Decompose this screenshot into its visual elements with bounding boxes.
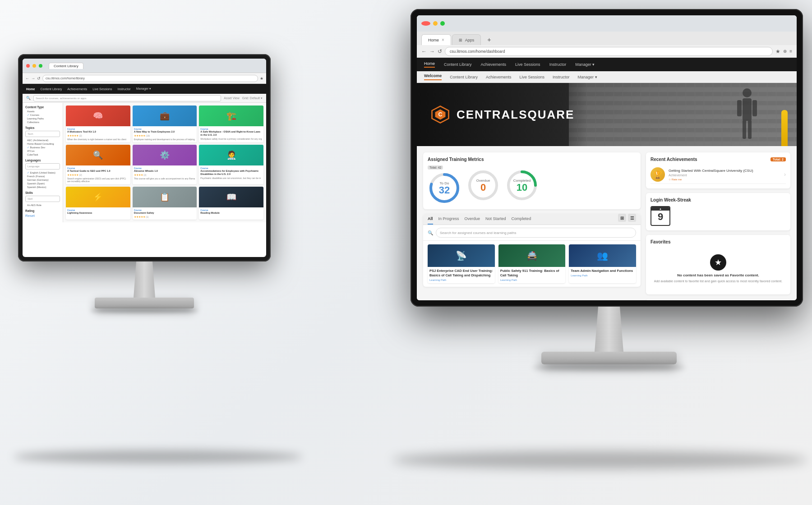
achievement-arrow[interactable]: › <box>784 171 786 178</box>
table-row[interactable]: 👥 Team Admin Navigation and Functions Le… <box>569 244 636 283</box>
list-view-btn[interactable]: ☰ <box>628 214 636 222</box>
topic-4tcon[interactable]: 4TCon <box>25 150 60 152</box>
topic-business-dev[interactable]: Business Dev <box>25 146 60 149</box>
bookmark-icon[interactable]: ★ <box>775 48 780 55</box>
course-stars-4: ★★★★★ (2) <box>67 173 129 176</box>
list-item[interactable]: 📋 Course Document Safety ★★★★★ (1) <box>133 187 197 220</box>
subnav-live-sessions[interactable]: Live Sessions <box>519 75 544 79</box>
maximize-dot[interactable] <box>39 64 42 68</box>
list-item[interactable]: ⚙️ Course Abrasive Wheels 1.0 ★★★★ (2) T… <box>133 145 197 184</box>
nav-home[interactable]: Home <box>26 87 35 91</box>
sidebar-type-courses[interactable]: Courses <box>25 114 60 116</box>
list-item[interactable]: 🔍 Course A Tactical Guide to SEO and PPC… <box>66 145 130 184</box>
right-maximize-dot[interactable] <box>440 21 445 26</box>
metrics-section: Assigned Training Metrics Total: 42 <box>423 152 641 209</box>
language-search[interactable]: Language <box>25 163 60 170</box>
right-tab-home[interactable]: Home × <box>421 34 451 45</box>
metric-todo-value: 32 <box>439 185 450 195</box>
subnav-content-library[interactable]: Content Library <box>450 75 478 79</box>
dashboard-body: Assigned Training Metrics Total: 42 <box>417 146 797 300</box>
lang-german[interactable]: German (Germany) <box>25 179 60 181</box>
achievement-subtitle: Achievement <box>669 174 753 177</box>
course-title-4: A Tactical Guide to SEO and PPC 1.0 <box>67 170 129 173</box>
shadow-right <box>392 451 807 469</box>
nav-manager[interactable]: Manager ▾ <box>136 87 152 91</box>
right-tab-apps[interactable]: ⊞ Apps <box>452 34 481 45</box>
refresh-button[interactable]: ↺ <box>438 48 442 55</box>
close-dot[interactable] <box>26 64 30 68</box>
right-url-field[interactable]: csu.litmos.com/home/dashboard <box>445 47 773 56</box>
reading-list-icon[interactable]: ≡ <box>789 49 792 54</box>
training-card-img-3: 👥 <box>569 244 636 267</box>
right-minimize-dot[interactable] <box>433 21 438 26</box>
topic-aec[interactable]: AEC (Architectural) <box>25 139 60 142</box>
nav-instructor[interactable]: Instructor <box>117 87 130 91</box>
right-tab-close[interactable]: × <box>442 37 444 42</box>
course-desc-2: Employee training and development is the… <box>134 138 196 141</box>
lang-spanish-mexico[interactable]: Spanish (Mexico) <box>25 186 60 188</box>
sidebar-type-collections[interactable]: Collections <box>25 121 60 124</box>
svg-rect-7 <box>752 100 757 116</box>
lang-french[interactable]: French (France) <box>25 175 60 178</box>
sidebar-type-learning-paths[interactable]: Learning Paths <box>25 117 60 120</box>
extensions-icon[interactable]: ⊕ <box>783 49 787 54</box>
left-sidebar: Content Type Assets Courses Learning Pat… <box>23 103 63 222</box>
grid-view-btn[interactable]: ⊞ <box>618 214 626 222</box>
lang-english[interactable]: English (United States) <box>25 171 60 174</box>
course-stars-1: ★★★★★ (2) <box>67 134 129 137</box>
topics-search[interactable]: Tech <box>25 131 60 137</box>
list-item[interactable]: ⚡ Course Lightning Awareness <box>66 187 130 220</box>
right-nav-instructor[interactable]: Instructor <box>549 62 567 67</box>
left-search-input[interactable]: Search for courses, achievements or apps <box>33 95 221 101</box>
subnav-manager[interactable]: Manager ▾ <box>577 75 597 79</box>
favorites-empty-text: No content has been saved as Favorite co… <box>651 273 786 277</box>
tab-all[interactable]: All <box>428 214 433 225</box>
list-item[interactable]: 🏗️ Course A Safe Workplace - OSHA and Ri… <box>199 106 263 142</box>
right-nav-home[interactable]: Home <box>424 61 435 68</box>
nav-achievements[interactable]: Achievements <box>67 87 87 91</box>
training-search-input[interactable]: Search for assigned courses and learning… <box>436 228 636 238</box>
subnav-welcome[interactable]: Welcome <box>424 73 442 80</box>
list-item[interactable]: 🧠 Course A Motivators Tool Kit 1.0 ★★★★★… <box>66 106 130 142</box>
tab-not-started[interactable]: Not Started <box>485 214 506 225</box>
left-url-field[interactable]: csu.litmos.com/home/library <box>42 75 258 82</box>
list-item[interactable]: 📖 Course Reading Module <box>199 187 263 220</box>
topic-home-based[interactable]: Home-Based Consulting <box>25 142 60 145</box>
achievement-item[interactable]: 🏆 Getting Started With CentralSquare Uni… <box>651 165 786 184</box>
forward-button[interactable]: → <box>429 48 435 55</box>
nav-live-sessions[interactable]: Live Sessions <box>92 87 112 91</box>
topic-cubetask[interactable]: CubeTask <box>25 153 60 156</box>
rating-clear[interactable]: Reset <box>25 214 60 218</box>
streak-panel-title: Login Week-Streak <box>651 197 786 202</box>
table-row[interactable]: 📡 PSJ Enterprise CAD End User Training: … <box>428 244 495 283</box>
favorites-empty: ★ No content has been saved as Favorite … <box>651 248 786 290</box>
left-active-tab[interactable]: Content Library <box>49 63 83 69</box>
lang-spanish-spain[interactable]: Spanish (Spain) <box>25 182 60 185</box>
course-thumb-5: ⚙️ <box>133 145 197 165</box>
new-tab-button[interactable]: + <box>484 34 494 45</box>
table-row[interactable]: 🚔 Public Safety 911 Training: Basics of … <box>498 244 566 283</box>
back-button[interactable]: ← <box>421 48 427 55</box>
subnav-instructor[interactable]: Instructor <box>553 75 570 79</box>
sidebar-type-assets[interactable]: Assets <box>25 110 60 113</box>
right-close-dot[interactable] <box>421 21 430 26</box>
course-title-8: Document Safety <box>134 211 196 215</box>
minimize-dot[interactable] <box>32 64 36 68</box>
skills-search[interactable]: Skill <box>25 196 60 202</box>
right-nav-live-sessions[interactable]: Live Sessions <box>515 62 540 67</box>
tab-completed[interactable]: Completed <box>512 214 531 225</box>
tab-in-progress[interactable]: In Progress <box>438 214 459 225</box>
right-nav-achievements[interactable]: Achievements <box>481 62 507 67</box>
tab-overdue[interactable]: Overdue <box>465 214 480 225</box>
list-item[interactable]: 🧑‍⚕️ Course Accommodations for Employees… <box>199 145 263 184</box>
right-nav-content-library[interactable]: Content Library <box>444 62 472 67</box>
skill-any-role[interactable]: An AES Role <box>25 204 60 207</box>
list-item[interactable]: 💼 Course A New Way to Train Employees 2.… <box>133 106 197 142</box>
nav-content-library[interactable]: Content Library <box>40 87 62 91</box>
right-tab-bar: Home × ⊞ Apps + <box>417 32 797 45</box>
achievement-star-rate[interactable]: ☆ Rate me <box>669 178 753 181</box>
course-desc-5: This course will give you a safe accompa… <box>134 177 196 180</box>
right-nav-manager[interactable]: Manager ▾ <box>575 62 595 67</box>
subnav-achievements[interactable]: Achievements <box>486 75 512 79</box>
course-title-6: Accommodations for Employees with Psychi… <box>200 170 262 176</box>
